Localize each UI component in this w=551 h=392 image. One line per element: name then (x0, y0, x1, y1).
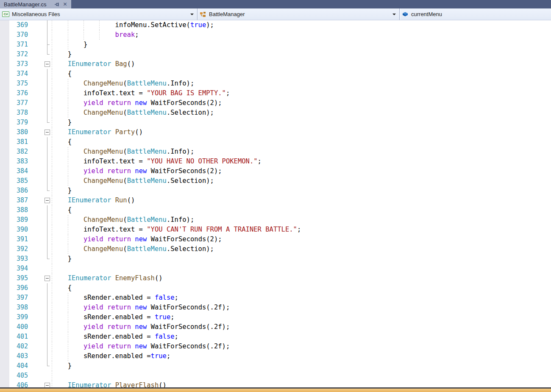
indent-guide (52, 351, 52, 361)
indent-guide (52, 176, 52, 186)
indent-guide (52, 20, 52, 30)
line-number: 382 (10, 147, 28, 157)
code-text: ChangeMenu(BattleMenu.Info); (83, 147, 194, 157)
indent-guide (52, 166, 52, 176)
code-line: 374{ (0, 69, 551, 79)
fold-line (47, 137, 47, 147)
code-line: 393} (0, 254, 551, 264)
fold-line (47, 147, 47, 157)
indent-guide (68, 225, 68, 235)
line-number: 395 (10, 273, 28, 283)
fold-line (47, 30, 47, 40)
code-text: sRender.enabled = false; (83, 293, 178, 303)
type-dropdown-label: BattleManager (209, 11, 245, 17)
fold-line-corner (47, 190, 50, 191)
code-line: 395IEnumerator EnemyFlash() (0, 273, 551, 283)
code-editor[interactable]: 369infoMenu.SetActive(true);370break;371… (0, 20, 551, 387)
project-dropdown[interactable]: C# Miscellaneous Files (0, 8, 198, 20)
code-text: infoText.text = "YOU HAVE NO OTHER POKEM… (83, 157, 262, 166)
line-number: 393 (10, 254, 28, 264)
fold-line (47, 205, 47, 215)
fold-toggle-icon[interactable] (45, 198, 50, 203)
line-number: 370 (10, 30, 28, 40)
chevron-down-icon[interactable] (190, 14, 194, 15)
code-text: infoText.text = "YOUR BAG IS EMPTY."; (83, 88, 230, 98)
indent-guide (52, 98, 52, 108)
fold-toggle-icon[interactable] (45, 130, 50, 135)
line-number: 386 (10, 186, 28, 196)
indent-guide (68, 98, 68, 108)
chevron-down-icon[interactable] (392, 14, 396, 15)
indent-guide (68, 20, 68, 30)
indent-guide (99, 20, 100, 30)
fold-line (47, 215, 47, 225)
code-line: 369infoMenu.SetActive(true); (0, 20, 551, 30)
indent-guide (52, 108, 52, 118)
code-line: 386} (0, 186, 551, 196)
code-line: 397sRender.enabled = false; (0, 293, 551, 303)
indent-guide (68, 176, 68, 186)
pin-icon[interactable] (53, 1, 60, 8)
indent-guide (52, 235, 52, 244)
line-number: 383 (10, 157, 28, 166)
tab-battlemanager[interactable]: BattleManager.cs ✕ (0, 0, 71, 8)
code-line: 370break; (0, 30, 551, 40)
indent-guide (68, 351, 68, 361)
tab-title: BattleManager.cs (4, 1, 46, 8)
field-icon (402, 11, 409, 17)
fold-toggle-icon[interactable] (45, 61, 50, 67)
line-number: 385 (10, 176, 28, 186)
line-number: 369 (10, 20, 28, 30)
indent-guide (68, 166, 68, 176)
indent-guide (52, 264, 52, 273)
fold-line (47, 88, 47, 98)
line-number: 406 (10, 381, 28, 387)
fold-minus (46, 385, 49, 386)
fold-line (47, 332, 47, 342)
close-icon[interactable]: ✕ (61, 1, 68, 8)
line-number: 401 (10, 332, 28, 342)
fold-toggle-icon[interactable] (45, 276, 50, 281)
line-number: 398 (10, 303, 28, 312)
line-number: 403 (10, 351, 28, 361)
indent-guide (68, 332, 68, 342)
indent-guide (52, 79, 52, 88)
fold-line (47, 342, 47, 351)
fold-line-corner (47, 366, 50, 366)
line-number: 378 (10, 108, 28, 118)
fold-line (47, 351, 47, 361)
fold-line (47, 283, 47, 293)
code-line: 405 (0, 371, 551, 381)
fold-minus (46, 278, 49, 279)
indent-guide (52, 137, 52, 147)
code-line: 385ChangeMenu(BattleMenu.Selection); (0, 176, 551, 186)
member-dropdown[interactable]: currentMenu (400, 8, 551, 20)
code-text: ChangeMenu(BattleMenu.Selection); (83, 176, 214, 186)
indent-guide (52, 244, 52, 254)
indent-guide (52, 186, 52, 196)
project-dropdown-label: Miscellaneous Files (12, 11, 60, 17)
indent-guide (52, 127, 52, 137)
code-line: 379} (0, 118, 551, 127)
line-number: 402 (10, 342, 28, 351)
code-line: 375ChangeMenu(BattleMenu.Info); (0, 79, 551, 88)
code-text: } (68, 254, 72, 264)
navigation-bar: C# Miscellaneous Files BattleManager cur… (0, 8, 551, 20)
indent-guide (52, 147, 52, 157)
line-number: 384 (10, 166, 28, 176)
tab-bar: BattleManager.cs ✕ (0, 0, 551, 8)
code-line: 391yield return new WaitForSeconds(2); (0, 235, 551, 244)
line-number: 394 (10, 264, 28, 273)
indent-guide (52, 88, 52, 98)
fold-line (47, 235, 47, 244)
code-text: yield return new WaitForSeconds(2); (83, 235, 222, 244)
code-line: 401sRender.enabled = false; (0, 332, 551, 342)
code-text: yield return new WaitForSeconds(.2f); (83, 322, 230, 332)
code-text: { (68, 69, 72, 79)
type-dropdown[interactable]: BattleManager (198, 8, 400, 20)
fold-toggle-icon[interactable] (45, 383, 50, 387)
indent-guide (68, 303, 68, 312)
indent-guide (52, 205, 52, 215)
indent-guide (52, 118, 52, 127)
code-text: sRender.enabled = false; (83, 332, 178, 342)
